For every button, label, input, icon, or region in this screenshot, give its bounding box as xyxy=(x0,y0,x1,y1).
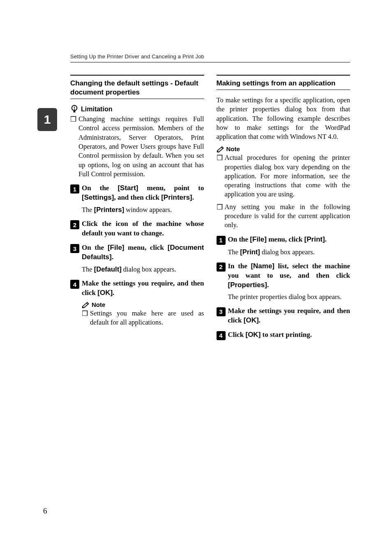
step-number-icon: 1 xyxy=(217,236,226,245)
bullet-icon: ❒ xyxy=(70,115,78,179)
note-label: Note xyxy=(92,301,105,308)
lightbulb-icon xyxy=(70,105,78,114)
right-subheading: Making settings from an application xyxy=(217,79,350,88)
left-column: Changing the default settings - Default … xyxy=(70,75,204,343)
step-4: 4 Click [OK] to start printing. xyxy=(217,330,350,340)
bullet-icon: ❒ xyxy=(82,309,90,327)
step-head-text: In the [Name] list, select the machine y… xyxy=(228,262,350,290)
step-1: 1 On the [File] menu, click [Print]. The… xyxy=(217,235,350,257)
list-item: ❒ Any setting you make in the following … xyxy=(217,203,350,230)
heading-rule-top xyxy=(217,75,350,76)
note-item-text: Any setting you make in the following pr… xyxy=(225,203,350,230)
note-label: Note xyxy=(226,145,240,152)
step-number-icon: 4 xyxy=(70,280,79,289)
step-head-text: On the [Start] menu, point to [Settings]… xyxy=(82,184,204,203)
step-head-text: Make the settings you require, and then … xyxy=(82,279,204,298)
step-body: The [Default] dialog box appears. xyxy=(82,265,204,274)
intro-paragraph: To make settings for a specific applicat… xyxy=(217,96,350,141)
step-head-text: Make the settings you require, and then … xyxy=(228,306,350,325)
heading-rule-bottom xyxy=(70,99,204,99)
step-4: 4 Make the settings you require, and the… xyxy=(70,279,204,327)
page-number: 6 xyxy=(43,507,47,516)
step-body: The [Print] dialog box appears. xyxy=(228,247,350,257)
list-item: ❒ Actual procedures for opening the prin… xyxy=(217,153,350,199)
pencil-icon xyxy=(82,302,90,308)
step-number-icon: 3 xyxy=(70,244,79,253)
step-number-icon: 3 xyxy=(217,307,226,316)
chapter-tab: 1 xyxy=(37,108,57,131)
step-head-text: Click the icon of the machine whose defa… xyxy=(82,219,204,238)
step-1: 1 On the [Start] menu, point to [Setting… xyxy=(70,184,204,214)
svg-rect-1 xyxy=(74,111,76,113)
left-subheading: Changing the default settings - Default … xyxy=(70,79,204,97)
content-columns: Changing the default settings - Default … xyxy=(0,62,392,343)
note-block: Note xyxy=(82,301,204,308)
step-number-icon: 4 xyxy=(217,331,226,340)
step-head-text: Click [OK] to start printing. xyxy=(228,330,350,340)
note-list: ❒ Settings you make here are used as def… xyxy=(82,309,204,327)
step-body: The [Printers] window appears. xyxy=(82,205,204,214)
step-2: 2 In the [Name] list, select the machine… xyxy=(217,262,350,302)
step-number-icon: 2 xyxy=(217,263,226,272)
running-head: Setting Up the Printer Driver and Cancel… xyxy=(0,0,392,62)
limitation-label-row: Limitation xyxy=(70,105,204,114)
limitation-text: Changing machine settings requires Full … xyxy=(78,115,204,179)
step-number-icon: 2 xyxy=(70,220,79,229)
heading-rule-bottom xyxy=(217,90,350,90)
step-3: 3 Make the settings you require, and the… xyxy=(217,306,350,325)
note-head: Note xyxy=(217,145,350,152)
step-body: The printer properties dialog box appear… xyxy=(228,292,350,302)
pencil-icon xyxy=(217,146,225,152)
step-3: 3 On the [File] menu, click [Document De… xyxy=(70,243,204,274)
note-item-text: Actual procedures for opening the printe… xyxy=(225,153,350,199)
list-item: ❒ Changing machine settings requires Ful… xyxy=(70,115,204,179)
limitation-list: ❒ Changing machine settings requires Ful… xyxy=(70,115,204,179)
step-head-text: On the [File] menu, click [Print]. xyxy=(228,235,350,244)
right-column: Making settings from an application To m… xyxy=(217,75,350,343)
bullet-icon: ❒ xyxy=(217,203,225,230)
step-number-icon: 1 xyxy=(70,184,79,193)
note-list: ❒ Actual procedures for opening the prin… xyxy=(217,153,350,230)
note-text: Settings you make here are used as defau… xyxy=(90,309,204,327)
list-item: ❒ Settings you make here are used as def… xyxy=(82,309,204,327)
svg-point-3 xyxy=(74,109,75,110)
limitation-label: Limitation xyxy=(81,106,112,113)
step-head-text: On the [File] menu, click [Document Defa… xyxy=(82,243,204,262)
page: Setting Up the Printer Driver and Cancel… xyxy=(0,0,392,555)
step-2: 2 Click the icon of the machine whose de… xyxy=(70,219,204,238)
heading-rule-top xyxy=(70,75,204,76)
bullet-icon: ❒ xyxy=(217,153,225,199)
